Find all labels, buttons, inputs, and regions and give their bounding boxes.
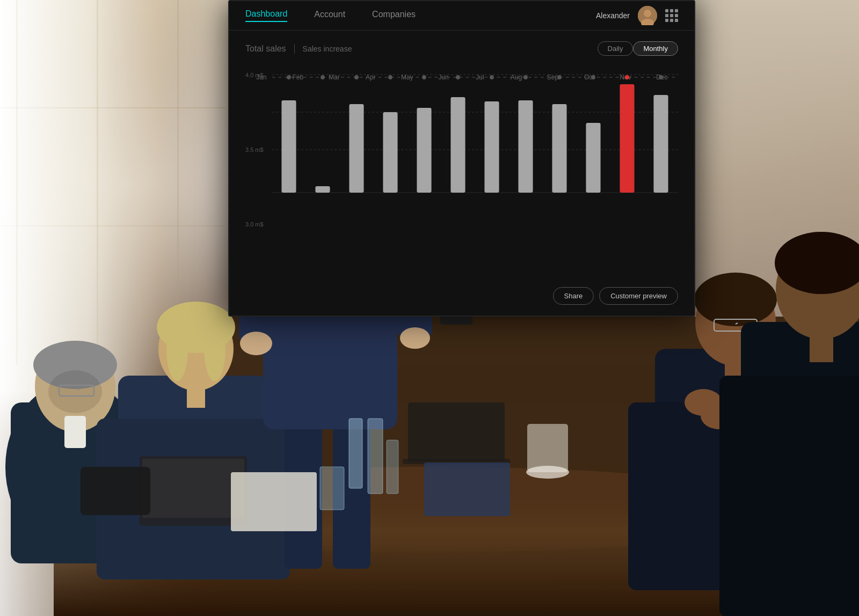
svg-point-86 xyxy=(523,75,528,79)
toggle-daily-btn[interactable]: Daily xyxy=(598,41,634,56)
chart-header: Total sales Sales increase Daily Monthly xyxy=(245,41,678,56)
svg-rect-101 xyxy=(620,84,634,193)
svg-point-79 xyxy=(287,75,291,79)
nav-username: Alexander xyxy=(596,11,630,20)
y-axis: 4.0 m$ 3.5 m$ 3.0 m$ xyxy=(245,69,264,230)
svg-point-82 xyxy=(388,75,392,79)
grid-dot xyxy=(665,14,668,17)
svg-rect-99 xyxy=(552,104,566,193)
svg-rect-93 xyxy=(349,104,363,193)
grid-dot xyxy=(670,19,673,22)
y-label-mid: 3.5 m$ xyxy=(245,146,264,153)
svg-point-90 xyxy=(659,75,663,79)
presentation-screen: Dashboard Account Companies Alexander xyxy=(228,0,695,317)
grid-dot xyxy=(675,19,678,22)
chart-area: Total sales Sales increase Daily Monthly… xyxy=(229,31,694,316)
svg-rect-98 xyxy=(518,100,533,193)
svg-rect-97 xyxy=(484,101,499,193)
svg-point-83 xyxy=(422,75,426,79)
chart-subtitle: Sales increase xyxy=(295,45,352,53)
nav-right: Alexander xyxy=(596,6,678,25)
bottom-buttons: Share Customer preview xyxy=(553,287,678,305)
grid-dot xyxy=(665,19,668,22)
chart-title: Total sales xyxy=(245,44,295,54)
svg-rect-100 xyxy=(586,123,600,193)
share-button[interactable]: Share xyxy=(553,287,594,305)
svg-point-84 xyxy=(456,75,460,79)
nav-bar: Dashboard Account Companies Alexander xyxy=(229,1,694,31)
svg-point-85 xyxy=(490,75,494,79)
y-label-bot: 3.0 m$ xyxy=(245,221,264,228)
dashboard-ui: Dashboard Account Companies Alexander xyxy=(229,1,694,316)
grid-dot xyxy=(670,9,673,12)
svg-point-81 xyxy=(354,75,359,79)
chart-svg xyxy=(272,69,678,225)
grid-dot xyxy=(675,9,678,12)
chart-container: 4.0 m$ 3.5 m$ 3.0 m$ xyxy=(245,69,678,279)
table-surface xyxy=(0,391,859,616)
nav-tabs: Dashboard Account Companies xyxy=(245,9,416,22)
avatar-icon xyxy=(638,6,657,25)
svg-rect-96 xyxy=(450,97,465,193)
svg-point-89 xyxy=(625,75,629,79)
nav-tab-dashboard[interactable]: Dashboard xyxy=(245,9,287,22)
svg-rect-92 xyxy=(315,186,330,193)
nav-tab-companies[interactable]: Companies xyxy=(372,10,416,21)
svg-point-87 xyxy=(557,75,562,79)
app-grid-icon[interactable] xyxy=(665,9,678,22)
svg-point-80 xyxy=(321,75,325,79)
svg-rect-91 xyxy=(281,100,296,193)
y-label-top: 4.0 m$ xyxy=(245,72,264,78)
svg-point-88 xyxy=(591,75,595,79)
customer-preview-button[interactable]: Customer preview xyxy=(599,287,678,305)
svg-rect-95 xyxy=(417,108,431,193)
chart-title-group: Total sales Sales increase xyxy=(245,44,352,54)
svg-rect-102 xyxy=(653,95,668,193)
svg-rect-94 xyxy=(383,112,397,193)
grid-dot xyxy=(665,9,668,12)
toggle-monthly-btn[interactable]: Monthly xyxy=(633,41,678,56)
grid-dot xyxy=(670,14,673,17)
grid-dot xyxy=(675,14,678,17)
nav-tab-account[interactable]: Account xyxy=(314,10,345,21)
nav-avatar[interactable] xyxy=(638,6,657,25)
svg-point-72 xyxy=(644,10,651,17)
chart-toggle: Daily Monthly xyxy=(598,41,678,56)
